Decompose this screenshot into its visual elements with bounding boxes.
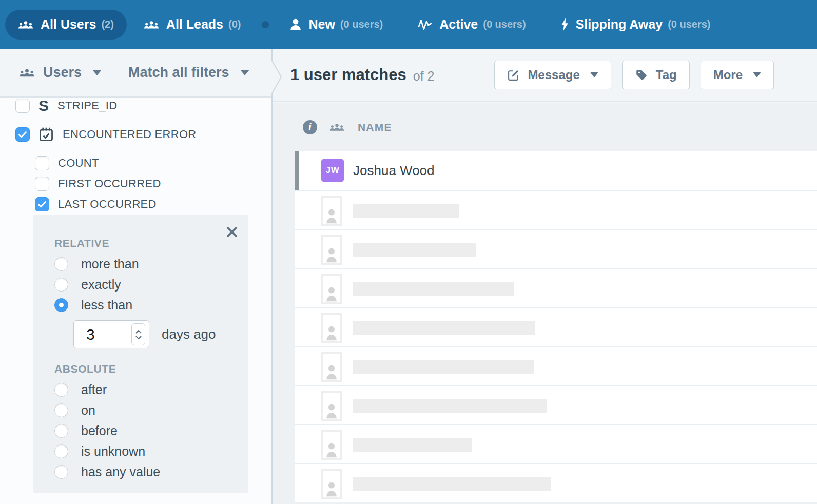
match-mode-selector[interactable]: Match all filters bbox=[128, 65, 249, 81]
radio-label[interactable]: more than bbox=[81, 257, 139, 272]
tab-active[interactable]: Active (0 users) bbox=[405, 10, 538, 40]
table-header: i NAME bbox=[272, 103, 817, 151]
name-column-header[interactable]: NAME bbox=[358, 121, 392, 133]
radio-label[interactable]: exactly bbox=[81, 277, 121, 292]
avatar-placeholder-icon bbox=[321, 469, 342, 499]
loading-placeholder-bar bbox=[353, 282, 514, 296]
match-count-title: 1 user matches bbox=[290, 66, 406, 84]
radio-label[interactable]: less than bbox=[81, 298, 132, 313]
filter-label[interactable]: ENCOUNTERED ERROR bbox=[63, 128, 197, 141]
radio-label[interactable]: after bbox=[81, 382, 107, 397]
chevron-down-icon bbox=[590, 72, 598, 77]
days-ago-label: days ago bbox=[162, 326, 216, 342]
days-value-row: days ago bbox=[73, 320, 248, 348]
pulse-icon bbox=[418, 18, 432, 31]
user-list-main: 1 user matches of 2 Message Tag More bbox=[272, 49, 817, 504]
days-number-input[interactable] bbox=[76, 326, 131, 343]
skeleton-row bbox=[295, 268, 817, 307]
filter-label[interactable]: LAST OCCURRED bbox=[58, 198, 157, 211]
filter-label[interactable]: STRIPE_ID bbox=[57, 99, 117, 112]
message-button-label: Message bbox=[528, 68, 579, 82]
more-than-radio[interactable] bbox=[54, 257, 68, 271]
after-radio[interactable] bbox=[54, 383, 68, 397]
radio-label[interactable]: on bbox=[81, 403, 95, 418]
loading-placeholder-bar bbox=[353, 360, 534, 374]
first-occurred-checkbox[interactable] bbox=[35, 177, 49, 191]
tab-label: All Users bbox=[41, 17, 96, 32]
tab-count: (2) bbox=[101, 18, 113, 30]
avatar-placeholder-icon bbox=[321, 352, 342, 382]
table-rows: JW Joshua Wood bbox=[295, 151, 817, 502]
user-name: Joshua Wood bbox=[353, 163, 435, 179]
tag-icon bbox=[635, 68, 648, 82]
users-group-icon bbox=[329, 122, 344, 132]
skeleton-row bbox=[295, 424, 817, 463]
avatar-placeholder-icon bbox=[321, 430, 342, 460]
tab-label: All Leads bbox=[166, 17, 223, 32]
user-table: i NAME JW Joshua Wood bbox=[272, 103, 817, 504]
radio-label[interactable]: before bbox=[81, 423, 118, 438]
filter-list: S STRIPE_ID ENCOUNTERED ERROR COUNT FIRS… bbox=[0, 99, 272, 504]
audience-type-selector[interactable]: Users bbox=[19, 65, 102, 81]
tab-all-leads[interactable]: All Leads (0) bbox=[131, 10, 254, 40]
person-icon bbox=[290, 18, 301, 31]
exactly-radio[interactable] bbox=[54, 278, 68, 292]
table-row-joshua-wood[interactable]: JW Joshua Wood bbox=[295, 151, 817, 190]
relative-section-label: RELATIVE bbox=[54, 215, 248, 249]
on-radio[interactable] bbox=[54, 403, 68, 417]
close-icon[interactable] bbox=[227, 227, 237, 237]
sidebar-header: Users Match all filters bbox=[0, 49, 272, 98]
more-button-label: More bbox=[713, 68, 743, 82]
tab-label: Active bbox=[439, 17, 478, 32]
avatar-placeholder-icon bbox=[321, 391, 342, 421]
skeleton-row bbox=[295, 190, 817, 229]
more-button[interactable]: More bbox=[701, 61, 774, 89]
radio-label[interactable]: has any value bbox=[81, 464, 160, 479]
message-button[interactable]: Message bbox=[494, 61, 611, 89]
is-unknown-radio[interactable] bbox=[54, 444, 68, 458]
main-header: 1 user matches of 2 Message Tag More bbox=[272, 49, 817, 102]
has-any-value-radio[interactable] bbox=[54, 465, 68, 479]
radio-row-is-unknown: is unknown bbox=[54, 441, 248, 461]
radio-label[interactable]: is unknown bbox=[81, 444, 145, 459]
skeleton-row bbox=[295, 346, 817, 385]
skeleton-row bbox=[295, 385, 817, 424]
avatar-placeholder-icon bbox=[321, 313, 342, 343]
tag-button[interactable]: Tag bbox=[622, 61, 690, 89]
radio-row-after: after bbox=[54, 379, 248, 400]
tab-all-users[interactable]: All Users (2) bbox=[5, 10, 127, 40]
filter-sidebar: Users Match all filters S STRIPE_ID ENCO… bbox=[0, 49, 272, 504]
last-occurred-checkbox[interactable] bbox=[35, 197, 49, 211]
encountered-error-checkbox[interactable] bbox=[15, 127, 30, 142]
avatar-placeholder-icon bbox=[321, 196, 342, 226]
tab-count: (0 users) bbox=[340, 18, 383, 30]
stripe-id-checkbox[interactable] bbox=[15, 99, 30, 113]
filter-label[interactable]: FIRST OCCURRED bbox=[58, 177, 161, 190]
chevron-down-icon bbox=[92, 70, 102, 75]
loading-placeholder-bar bbox=[353, 399, 547, 413]
info-icon[interactable]: i bbox=[303, 120, 317, 134]
avatar: JW bbox=[321, 159, 344, 182]
filter-row-encountered-error: ENCOUNTERED ERROR bbox=[0, 121, 272, 148]
chevron-down-icon bbox=[240, 70, 249, 75]
radio-row-more-than: more than bbox=[54, 254, 248, 274]
before-radio[interactable] bbox=[54, 424, 68, 438]
filter-label[interactable]: COUNT bbox=[58, 157, 99, 170]
count-checkbox[interactable] bbox=[35, 156, 49, 170]
tab-count: (0 users) bbox=[483, 18, 526, 30]
radio-row-exactly: exactly bbox=[54, 274, 248, 295]
avatar-placeholder-icon bbox=[321, 235, 342, 265]
days-number-input-wrap bbox=[73, 320, 149, 348]
tab-slipping-away[interactable]: Slipping Away (0 users) bbox=[548, 10, 724, 40]
loading-placeholder-bar bbox=[353, 321, 535, 335]
top-navigation: All Users (2) All Leads (0) New (0 users… bbox=[0, 0, 817, 49]
less-than-radio[interactable] bbox=[54, 298, 68, 312]
tag-button-label: Tag bbox=[656, 68, 677, 82]
number-stepper[interactable] bbox=[131, 323, 145, 345]
tab-label: Slipping Away bbox=[576, 17, 663, 32]
tab-label: New bbox=[308, 17, 335, 32]
match-mode-label: Match all filters bbox=[128, 65, 229, 81]
header-actions: Message Tag More bbox=[494, 61, 774, 89]
loading-placeholder-bar bbox=[353, 204, 459, 218]
tab-new[interactable]: New (0 users) bbox=[277, 10, 396, 40]
